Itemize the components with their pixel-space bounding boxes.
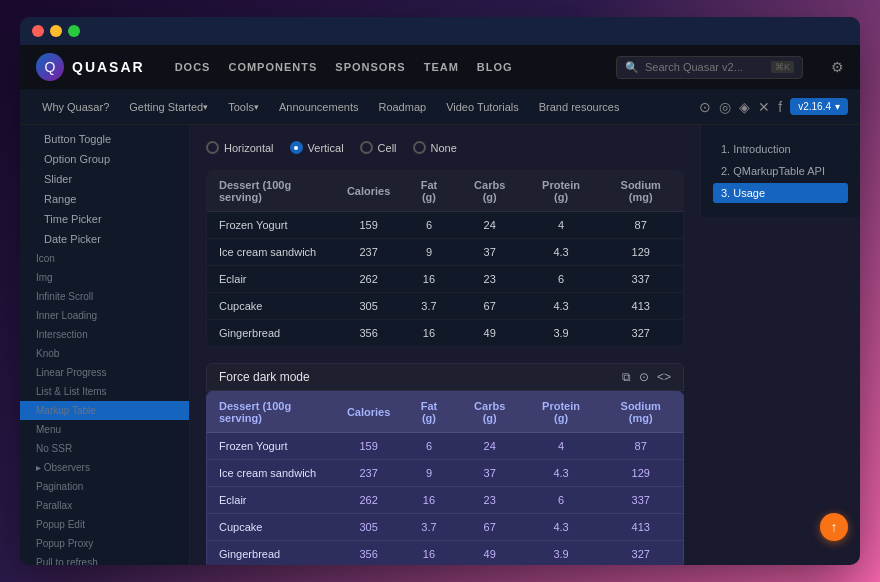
sidebar-item-inner-loading[interactable]: Inner Loading (20, 306, 189, 325)
table-row: Gingerbread 356 16 49 3.9 327 (207, 320, 683, 347)
radio-cell[interactable]: Cell (360, 141, 397, 154)
cell-protein: 4.3 (524, 239, 599, 266)
discord-icon[interactable]: ◎ (719, 99, 731, 115)
sidebar-item-menu[interactable]: Menu (20, 420, 189, 439)
subnav-announcements[interactable]: Announcements (269, 89, 369, 125)
dark-cell-sodium: 413 (598, 514, 683, 541)
cell-fat: 3.7 (402, 293, 455, 320)
table-row: Cupcake 305 3.7 67 4.3 413 (207, 293, 683, 320)
version-label: v2.16.4 (798, 101, 831, 112)
table-row: Frozen Yogurt 159 6 24 4 87 (207, 433, 683, 460)
sidebar-item-popup-proxy[interactable]: Popup Proxy (20, 534, 189, 553)
sidebar-item-linear-progress[interactable]: Linear Progress (20, 363, 189, 382)
search-input[interactable] (645, 61, 765, 73)
force-dark-section: Force dark mode ⧉ ⊙ <> Dessert (100g ser… (206, 363, 684, 565)
subnav-why-quasar[interactable]: Why Quasar? (32, 89, 119, 125)
dth-carbs: Carbs (g) (456, 392, 524, 433)
subnav-roadmap[interactable]: Roadmap (368, 89, 436, 125)
docs-link[interactable]: DOCS (175, 61, 211, 73)
cell-dessert: Gingerbread (207, 320, 335, 347)
radio-none-circle (413, 141, 426, 154)
search-icon: 🔍 (625, 61, 639, 74)
toc-introduction[interactable]: 1. Introduction (713, 139, 848, 159)
github-source-icon[interactable]: ⊙ (639, 370, 649, 384)
sidebar-item-list-list-items[interactable]: List & List Items (20, 382, 189, 401)
th-sodium: Sodium (mg) (598, 171, 683, 212)
dark-cell-fat: 16 (402, 487, 455, 514)
cell-carbs: 37 (456, 239, 524, 266)
dark-cell-fat: 16 (402, 541, 455, 566)
social-icons: ⊙ ◎ ◈ ✕ f (699, 99, 782, 115)
sidebar-item-pull-to-refresh[interactable]: Pull to refresh (20, 553, 189, 565)
sidebar-item-slider[interactable]: Slider (20, 169, 189, 189)
th-fat: Fat (g) (402, 171, 455, 212)
minimize-button[interactable] (50, 25, 62, 37)
close-button[interactable] (32, 25, 44, 37)
cell-carbs: 23 (456, 266, 524, 293)
sidebar-item-date-picker[interactable]: Date Picker (20, 229, 189, 249)
cell-protein: 4.3 (524, 293, 599, 320)
team-link[interactable]: TEAM (424, 61, 459, 73)
cell-sodium: 129 (598, 239, 683, 266)
force-dark-label: Force dark mode (219, 370, 310, 384)
sidebar-item-intersection[interactable]: Intersection (20, 325, 189, 344)
sidebar-item-markup-table[interactable]: Markup Table (20, 401, 189, 420)
th-protein: Protein (g) (524, 171, 599, 212)
sidebar-item-parallax[interactable]: Parallax (20, 496, 189, 515)
sponsors-link[interactable]: SPONSORS (335, 61, 405, 73)
toc-api[interactable]: 2. QMarkupTable API (713, 161, 848, 181)
subnav-getting-started[interactable]: Getting Started (119, 89, 218, 125)
twitter-icon[interactable]: ✕ (758, 99, 770, 115)
cell-sodium: 327 (598, 320, 683, 347)
dark-cell-sodium: 327 (598, 541, 683, 566)
chat-icon[interactable]: ◈ (739, 99, 750, 115)
table-row: Frozen Yogurt 159 6 24 4 87 (207, 212, 683, 239)
subnav-video-tutorials[interactable]: Video Tutorials (436, 89, 529, 125)
radio-horizontal[interactable]: Horizontal (206, 141, 274, 154)
version-badge[interactable]: v2.16.4 ▾ (790, 98, 848, 115)
dark-cell-carbs: 37 (456, 460, 524, 487)
facebook-icon[interactable]: f (778, 99, 782, 115)
components-link[interactable]: COMPONENTS (228, 61, 317, 73)
subnav-brand-resources[interactable]: Brand resources (529, 89, 630, 125)
radio-vertical[interactable]: Vertical (290, 141, 344, 154)
sidebar-item-range[interactable]: Range (20, 189, 189, 209)
sidebar-item-infinite-scroll[interactable]: Infinite Scroll (20, 287, 189, 306)
search-bar[interactable]: 🔍 ⌘K (616, 56, 803, 79)
github-icon[interactable]: ⊙ (699, 99, 711, 115)
blog-link[interactable]: BLOG (477, 61, 513, 73)
cell-dessert: Eclair (207, 266, 335, 293)
settings-icon[interactable]: ⚙ (831, 59, 844, 75)
cell-protein: 4 (524, 212, 599, 239)
sidebar-item-pagination[interactable]: Pagination (20, 477, 189, 496)
sidebar-item-icon[interactable]: Icon (20, 249, 189, 268)
radio-group: Horizontal Vertical Cell None (206, 137, 684, 158)
dark-cell-dessert: Ice cream sandwich (207, 460, 335, 487)
maximize-button[interactable] (68, 25, 80, 37)
subnav-tools[interactable]: Tools (218, 89, 269, 125)
code-icon[interactable]: <> (657, 370, 671, 384)
cell-dessert: Ice cream sandwich (207, 239, 335, 266)
scroll-up-button[interactable]: ↑ (820, 513, 848, 541)
force-dark-banner: Force dark mode ⧉ ⊙ <> (206, 363, 684, 391)
sidebar-group-observers[interactable]: ▸ Observers (20, 458, 189, 477)
sidebar-item-button-toggle[interactable]: Button Toggle (20, 129, 189, 149)
dark-cell-protein: 6 (524, 487, 599, 514)
light-table-container: Dessert (100g serving) Calories Fat (g) … (206, 170, 684, 347)
cell-carbs: 67 (456, 293, 524, 320)
sidebar-item-img[interactable]: Img (20, 268, 189, 287)
table-row: Eclair 262 16 23 6 337 (207, 487, 683, 514)
radio-none[interactable]: None (413, 141, 457, 154)
sidebar-item-time-picker[interactable]: Time Picker (20, 209, 189, 229)
sidebar-item-knob[interactable]: Knob (20, 344, 189, 363)
dark-cell-protein: 4.3 (524, 460, 599, 487)
sidebar-item-popup-edit[interactable]: Popup Edit (20, 515, 189, 534)
sidebar-item-no-ssr[interactable]: No SSR (20, 439, 189, 458)
toc-usage[interactable]: 3. Usage (713, 183, 848, 203)
copy-icon[interactable]: ⧉ (622, 370, 631, 384)
cell-fat: 9 (402, 239, 455, 266)
right-panel-wrapper: 1. Introduction 2. QMarkupTable API 3. U… (700, 125, 860, 565)
dth-protein: Protein (g) (524, 392, 599, 433)
sidebar-item-option-group[interactable]: Option Group (20, 149, 189, 169)
th-calories: Calories (335, 171, 402, 212)
